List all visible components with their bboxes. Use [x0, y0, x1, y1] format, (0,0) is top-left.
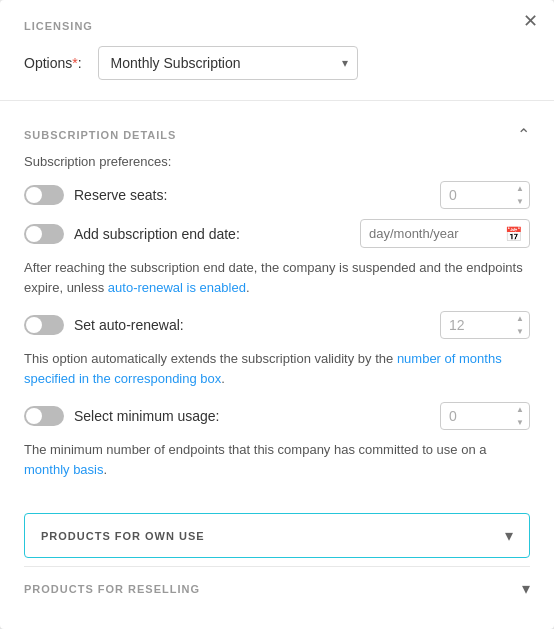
auto-renewal-spinners: ▲ ▼	[512, 313, 528, 338]
min-usage-spinners: ▲ ▼	[512, 404, 528, 429]
chevron-up-icon: ⌃	[517, 125, 530, 144]
auto-renewal-label: Set auto-renewal:	[74, 317, 430, 333]
auto-renewal-info: This option automatically extends the su…	[24, 349, 530, 388]
options-select[interactable]: Monthly SubscriptionAnnual SubscriptionO…	[98, 46, 358, 80]
min-usage-row: Select minimum usage: ▲ ▼	[24, 402, 530, 430]
options-select-wrapper: Monthly SubscriptionAnnual SubscriptionO…	[98, 46, 358, 80]
auto-renewal-row: Set auto-renewal: ▲ ▼	[24, 311, 530, 339]
modal: ✕ LICENSING Options*: Monthly Subscripti…	[0, 0, 554, 629]
min-usage-label: Select minimum usage:	[74, 408, 430, 424]
options-row: Options*: Monthly SubscriptionAnnual Sub…	[24, 46, 530, 80]
min-usage-slider	[24, 406, 64, 426]
close-button[interactable]: ✕	[523, 12, 538, 30]
products-own-chevron-icon: ▾	[505, 526, 513, 545]
reserve-seats-toggle[interactable]	[24, 185, 64, 205]
required-marker: *	[72, 55, 77, 71]
subscription-details-section: SUBSCRIPTION DETAILS ⌃ Subscription pref…	[0, 111, 554, 503]
reserve-seats-down[interactable]: ▼	[512, 196, 528, 208]
reserve-seats-row: Reserve seats: ▲ ▼	[24, 181, 530, 209]
reserve-seats-label: Reserve seats:	[74, 187, 430, 203]
licensing-section: LICENSING Options*: Monthly Subscription…	[0, 0, 554, 90]
options-label: Options*:	[24, 55, 82, 71]
subscription-details-header[interactable]: SUBSCRIPTION DETAILS ⌃	[24, 111, 530, 154]
products-reselling-section: PRODUCTS FOR RESELLING ▾	[24, 566, 530, 610]
subscription-prefs-label: Subscription preferences:	[24, 154, 530, 169]
products-own-label: PRODUCTS FOR OWN USE	[41, 530, 205, 542]
end-date-row: Add subscription end date: 📅	[24, 219, 530, 248]
end-date-input-wrapper: 📅	[360, 219, 530, 248]
auto-renewal-down[interactable]: ▼	[512, 326, 528, 338]
reserve-seats-spinners: ▲ ▼	[512, 183, 528, 208]
auto-renewal-slider	[24, 315, 64, 335]
reserve-seats-input-wrapper: ▲ ▼	[440, 181, 530, 209]
licensing-label: LICENSING	[24, 20, 530, 32]
products-reselling-chevron-icon: ▾	[522, 579, 530, 598]
auto-renewal-up[interactable]: ▲	[512, 313, 528, 325]
subscription-content: Subscription preferences: Reserve seats:…	[24, 154, 530, 503]
min-usage-toggle[interactable]	[24, 406, 64, 426]
products-own-header[interactable]: PRODUCTS FOR OWN USE ▾	[25, 514, 529, 557]
min-usage-info: The minimum number of endpoints that thi…	[24, 440, 530, 479]
end-date-toggle[interactable]	[24, 224, 64, 244]
end-date-input[interactable]	[360, 219, 530, 248]
reserve-seats-up[interactable]: ▲	[512, 183, 528, 195]
min-usage-up[interactable]: ▲	[512, 404, 528, 416]
auto-renewal-toggle[interactable]	[24, 315, 64, 335]
subscription-details-label: SUBSCRIPTION DETAILS	[24, 129, 176, 141]
min-usage-down[interactable]: ▼	[512, 417, 528, 429]
min-usage-input-wrapper: ▲ ▼	[440, 402, 530, 430]
end-date-info: After reaching the subscription end date…	[24, 258, 530, 297]
auto-renewal-input-wrapper: ▲ ▼	[440, 311, 530, 339]
products-reselling-label: PRODUCTS FOR RESELLING	[24, 583, 200, 595]
end-date-label: Add subscription end date:	[74, 226, 350, 242]
end-date-slider	[24, 224, 64, 244]
products-reselling-header[interactable]: PRODUCTS FOR RESELLING ▾	[24, 567, 530, 610]
products-own-section: PRODUCTS FOR OWN USE ▾	[24, 513, 530, 558]
bottom-accordions: PRODUCTS FOR OWN USE ▾ PRODUCTS FOR RESE…	[0, 513, 554, 610]
reserve-seats-slider	[24, 185, 64, 205]
divider-1	[0, 100, 554, 101]
